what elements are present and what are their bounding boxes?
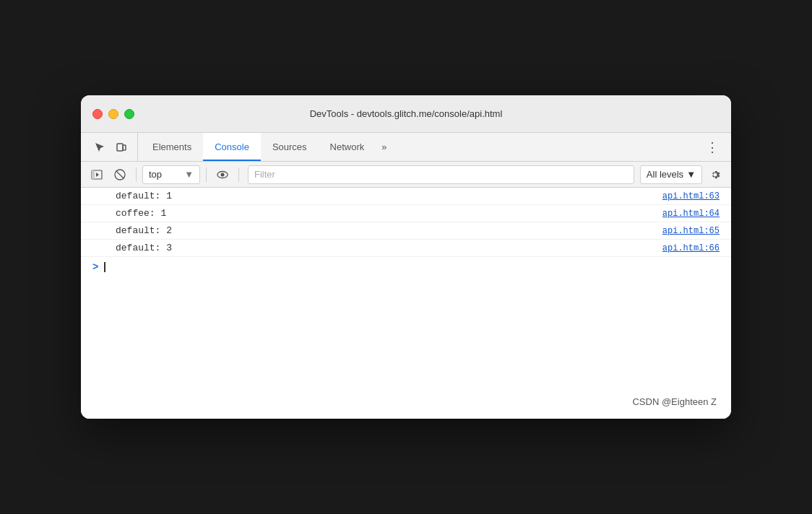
menu-dots-icon[interactable]: ⋮ (702, 137, 722, 157)
minimize-button[interactable] (108, 109, 118, 119)
console-content: default: 1 api.html:63 coffee: 1 api.htm… (81, 188, 731, 419)
context-select[interactable]: top ▼ (142, 165, 200, 184)
context-dropdown-arrow-icon: ▼ (184, 169, 194, 180)
tab-bar: Elements Console Sources Network » ⋮ (81, 133, 731, 162)
console-row-text: default: 3 (116, 243, 172, 253)
console-row-link[interactable]: api.html:64 (662, 209, 720, 219)
inspect-icon[interactable] (90, 137, 110, 157)
svg-point-8 (221, 173, 225, 176)
console-row: default: 1 api.html:63 (81, 188, 731, 205)
tab-network[interactable]: Network (319, 133, 376, 161)
svg-marker-4 (96, 173, 99, 177)
clear-console-icon[interactable] (110, 165, 130, 185)
traffic-lights (92, 109, 134, 119)
console-row-text: default: 1 (116, 191, 172, 201)
sidebar-toggle-icon[interactable] (87, 165, 107, 185)
console-row: default: 3 api.html:66 (81, 240, 731, 257)
console-row-link[interactable]: api.html:65 (662, 226, 720, 236)
filter-input[interactable] (248, 165, 634, 184)
svg-line-6 (116, 170, 124, 178)
levels-arrow-icon: ▼ (686, 169, 696, 180)
console-row-link[interactable]: api.html:63 (662, 191, 720, 201)
window-title: DevTools - devtools.glitch.me/console/ap… (310, 108, 503, 119)
toolbar-divider-2 (206, 167, 207, 182)
svg-rect-3 (92, 170, 95, 179)
console-input-row[interactable]: > (81, 257, 731, 277)
toolbar-icons (84, 133, 138, 161)
console-toolbar: top ▼ All levels ▼ (81, 162, 731, 188)
tab-sources[interactable]: Sources (261, 133, 319, 161)
tab-bar-right: ⋮ (696, 133, 728, 161)
toolbar-divider-3 (238, 167, 239, 182)
console-row: default: 2 api.html:65 (81, 222, 731, 240)
close-button[interactable] (92, 109, 103, 119)
watermark: CSDN @Eighteen Z (632, 396, 717, 407)
toolbar-divider (136, 167, 137, 182)
tab-elements[interactable]: Elements (141, 133, 203, 161)
more-tabs-button[interactable]: » (376, 133, 392, 161)
console-row-text: coffee: 1 (116, 208, 166, 219)
console-row: coffee: 1 api.html:64 (81, 205, 731, 222)
svg-rect-1 (123, 145, 126, 150)
maximize-button[interactable] (124, 109, 134, 119)
console-cursor (104, 262, 105, 272)
eye-icon[interactable] (212, 165, 233, 185)
tab-console[interactable]: Console (203, 133, 261, 161)
levels-dropdown[interactable]: All levels ▼ (640, 165, 702, 184)
settings-icon[interactable] (705, 165, 725, 185)
title-bar: DevTools - devtools.glitch.me/console/ap… (81, 95, 731, 133)
devtools-window: DevTools - devtools.glitch.me/console/ap… (81, 95, 731, 419)
device-icon[interactable] (111, 137, 131, 157)
svg-rect-0 (117, 144, 123, 151)
console-row-text: default: 2 (116, 225, 172, 236)
console-prompt-icon: > (92, 261, 98, 273)
console-row-link[interactable]: api.html:66 (662, 243, 720, 253)
